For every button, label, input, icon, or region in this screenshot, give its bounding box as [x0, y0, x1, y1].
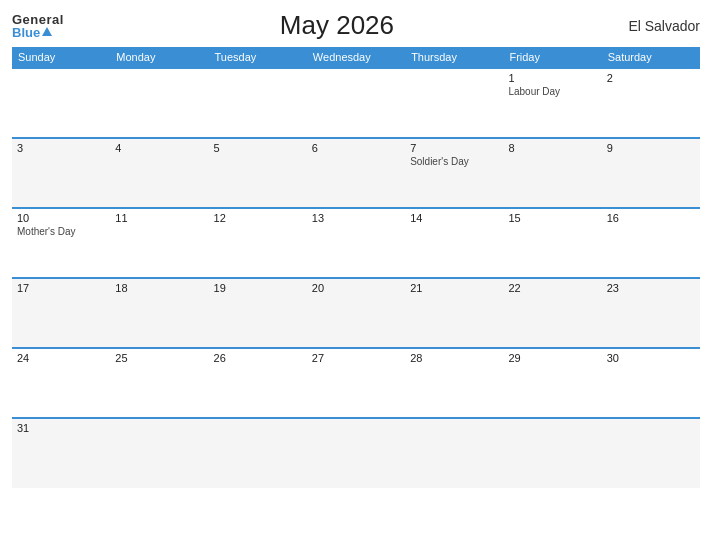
logo: General Blue [12, 13, 64, 39]
calendar-page: General Blue May 2026 El Salvador Sunday… [0, 0, 712, 550]
day-cell: 15 [503, 208, 601, 278]
day-number: 12 [214, 212, 302, 224]
day-number: 10 [17, 212, 105, 224]
logo-triangle-icon [42, 27, 52, 36]
day-cell: 26 [209, 348, 307, 418]
day-number: 21 [410, 282, 498, 294]
day-cell: 18 [110, 278, 208, 348]
day-event: Soldier's Day [410, 156, 498, 167]
day-number: 18 [115, 282, 203, 294]
day-number: 23 [607, 282, 695, 294]
day-number: 16 [607, 212, 695, 224]
header-saturday: Saturday [602, 47, 700, 68]
day-cell: 30 [602, 348, 700, 418]
day-number: 22 [508, 282, 596, 294]
day-cell: 19 [209, 278, 307, 348]
header: General Blue May 2026 El Salvador [12, 10, 700, 41]
calendar-title: May 2026 [64, 10, 610, 41]
day-number: 2 [607, 72, 695, 84]
day-number: 14 [410, 212, 498, 224]
day-number: 24 [17, 352, 105, 364]
day-cell [307, 418, 405, 488]
header-monday: Monday [110, 47, 208, 68]
day-cell: 21 [405, 278, 503, 348]
day-number: 30 [607, 352, 695, 364]
day-cell: 25 [110, 348, 208, 418]
day-number: 9 [607, 142, 695, 154]
day-number: 1 [508, 72, 596, 84]
week-row-5: 24252627282930 [12, 348, 700, 418]
day-number: 26 [214, 352, 302, 364]
day-number: 27 [312, 352, 400, 364]
day-cell [209, 418, 307, 488]
day-cell [405, 68, 503, 138]
day-number: 7 [410, 142, 498, 154]
day-number: 19 [214, 282, 302, 294]
day-event: Mother's Day [17, 226, 105, 237]
day-cell [209, 68, 307, 138]
header-thursday: Thursday [405, 47, 503, 68]
day-number: 20 [312, 282, 400, 294]
day-cell: 1Labour Day [503, 68, 601, 138]
day-cell [110, 68, 208, 138]
day-cell [12, 68, 110, 138]
day-number: 3 [17, 142, 105, 154]
day-cell: 20 [307, 278, 405, 348]
day-cell: 13 [307, 208, 405, 278]
day-cell: 28 [405, 348, 503, 418]
day-cell: 12 [209, 208, 307, 278]
header-row: Sunday Monday Tuesday Wednesday Thursday… [12, 47, 700, 68]
calendar-header: Sunday Monday Tuesday Wednesday Thursday… [12, 47, 700, 68]
logo-general-text: General [12, 13, 64, 26]
day-cell: 11 [110, 208, 208, 278]
day-cell: 23 [602, 278, 700, 348]
week-row-3: 10Mother's Day111213141516 [12, 208, 700, 278]
day-cell: 16 [602, 208, 700, 278]
day-cell: 3 [12, 138, 110, 208]
day-cell: 10Mother's Day [12, 208, 110, 278]
day-number: 13 [312, 212, 400, 224]
week-row-2: 34567Soldier's Day89 [12, 138, 700, 208]
day-cell [110, 418, 208, 488]
day-number: 28 [410, 352, 498, 364]
day-cell: 2 [602, 68, 700, 138]
day-cell: 29 [503, 348, 601, 418]
day-cell: 9 [602, 138, 700, 208]
day-cell: 8 [503, 138, 601, 208]
day-number: 11 [115, 212, 203, 224]
day-cell: 27 [307, 348, 405, 418]
day-number: 4 [115, 142, 203, 154]
day-event: Labour Day [508, 86, 596, 97]
day-number: 17 [17, 282, 105, 294]
day-cell: 5 [209, 138, 307, 208]
day-number: 25 [115, 352, 203, 364]
day-cell: 14 [405, 208, 503, 278]
day-cell: 24 [12, 348, 110, 418]
calendar-body: 1Labour Day234567Soldier's Day8910Mother… [12, 68, 700, 488]
week-row-4: 17181920212223 [12, 278, 700, 348]
header-friday: Friday [503, 47, 601, 68]
day-cell: 7Soldier's Day [405, 138, 503, 208]
day-cell [503, 418, 601, 488]
country-label: El Salvador [610, 18, 700, 34]
week-row-1: 1Labour Day2 [12, 68, 700, 138]
day-number: 8 [508, 142, 596, 154]
day-number: 29 [508, 352, 596, 364]
day-cell: 4 [110, 138, 208, 208]
day-cell [307, 68, 405, 138]
calendar-table: Sunday Monday Tuesday Wednesday Thursday… [12, 47, 700, 488]
day-cell [405, 418, 503, 488]
header-sunday: Sunday [12, 47, 110, 68]
header-tuesday: Tuesday [209, 47, 307, 68]
day-number: 15 [508, 212, 596, 224]
day-cell: 17 [12, 278, 110, 348]
day-cell: 22 [503, 278, 601, 348]
header-wednesday: Wednesday [307, 47, 405, 68]
logo-blue-text: Blue [12, 26, 52, 39]
day-number: 6 [312, 142, 400, 154]
day-cell [602, 418, 700, 488]
day-number: 31 [17, 422, 105, 434]
day-cell: 31 [12, 418, 110, 488]
day-number: 5 [214, 142, 302, 154]
week-row-6: 31 [12, 418, 700, 488]
